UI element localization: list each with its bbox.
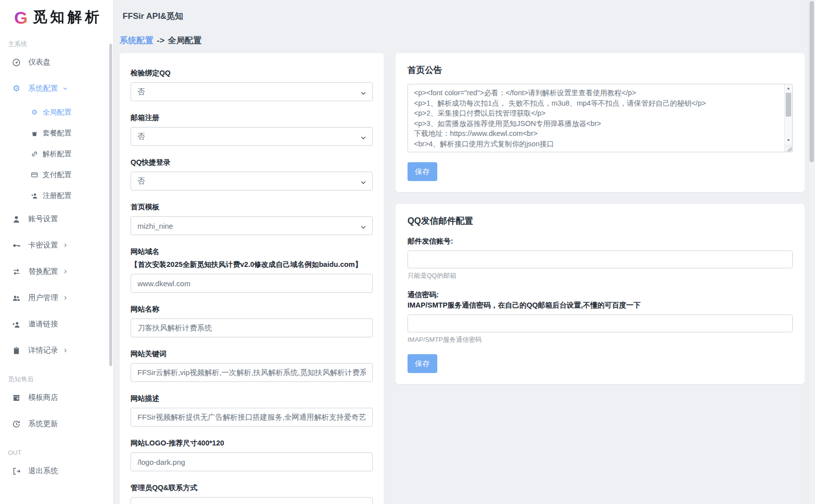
sidebar-item-label: 系统配置 [28, 84, 58, 93]
textarea-scrollbar-thumb[interactable] [786, 93, 791, 117]
mail-account-input[interactable] [408, 251, 793, 268]
chevron-down-icon [63, 86, 68, 91]
chevron-down-icon [360, 89, 366, 98]
sidebar-item-account-settings[interactable]: 账号设置 [0, 206, 113, 232]
site-keywords-input[interactable] [131, 363, 373, 382]
sidebar-item-logout[interactable]: 退出系统 [0, 458, 113, 484]
window-scrollbar-thumb[interactable] [810, 1, 814, 162]
sidebar-scrollbar-thumb[interactable] [109, 44, 112, 366]
sidebar-item-pay-config[interactable]: 支付配置 [0, 164, 113, 185]
qq-mail-title: QQ发信邮件配置 [408, 215, 793, 227]
sidebar-item-label: 模板商店 [28, 393, 58, 402]
sidebar: G 觅知解析 主系统 仪表盘 ⚙ 系统配置 ⚙ 全局配置 套餐配置 解析配置 [0, 0, 113, 504]
sidebar-item-detail-records[interactable]: 详情记录 [0, 337, 113, 364]
mail-password-note: IMAP/SMTP服务通信密码，在自己的QQ邮箱后台设置,不懂的可百度一下 [408, 301, 793, 310]
sidebar-item-label: 全局配置 [43, 108, 71, 117]
breadcrumb-page: 全局配置 [168, 36, 202, 45]
sidebar-item-parse-config[interactable]: 解析配置 [0, 143, 113, 164]
sidebar-section-main: 主系统 [0, 39, 113, 49]
sidebar-item-label: 解析配置 [43, 149, 71, 159]
site-name-input[interactable] [131, 318, 373, 337]
sidebar-item-card-settings[interactable]: 卡密设置 [0, 232, 113, 258]
mail-password-label: 通信密码: [408, 290, 793, 300]
sidebar-item-label: 账号设置 [28, 214, 58, 224]
clipboard-icon [12, 346, 21, 355]
chevron-down-icon [360, 179, 366, 187]
history-clock-icon [12, 420, 21, 429]
resize-grip-icon[interactable] [785, 144, 792, 152]
chevron-right-icon [63, 269, 68, 274]
global-config-form-card: 检验绑定QQ 否 邮箱注册 否 QQ快捷登录 否 [120, 53, 384, 504]
site-logo-input[interactable] [131, 452, 373, 471]
field-label: 网站域名 [131, 247, 373, 256]
chevron-down-icon [360, 223, 366, 232]
sidebar-item-label: 退出系统 [28, 466, 58, 476]
window-scrollbar[interactable] [808, 0, 815, 504]
announcement-content: <p><font color="red">必看：</font>请到解析设置里查看… [408, 84, 784, 152]
breadcrumb-arrow: -> [156, 36, 166, 45]
sidebar-item-user-management[interactable]: 用户管理 [0, 285, 113, 311]
field-label: QQ快捷登录 [131, 157, 373, 167]
admin-qq-input[interactable] [131, 497, 373, 504]
breadcrumb: 系统配置 -> 全局配置 [113, 32, 808, 53]
qq-quick-login-select[interactable]: 否 [131, 172, 373, 190]
field-site-name: 网站名称 [131, 304, 373, 337]
sidebar-item-label: 支付配置 [43, 170, 71, 180]
qq-bind-check-select[interactable]: 否 [131, 82, 373, 101]
qq-mail-card: QQ发信邮件配置 邮件发信账号: 只能是QQ的邮箱 通信密码: IMAP/SMT… [396, 204, 805, 384]
mail-account-help: 只能是QQ的邮箱 [408, 271, 793, 280]
mail-password-help: IMAP/SMTP服务通信密码 [408, 335, 793, 344]
sidebar-item-register-config[interactable]: 注册配置 [0, 185, 113, 206]
announcement-card: 首页公告 <p><font color="red">必看：</font>请到解析… [396, 53, 805, 192]
sidebar-item-global-config[interactable]: ⚙ 全局配置 [0, 102, 113, 123]
svg-text:G: G [14, 8, 27, 27]
site-domain-input[interactable] [131, 274, 373, 293]
brand-logo[interactable]: G 觅知解析 [0, 0, 113, 28]
sidebar-item-system-config[interactable]: ⚙ 系统配置 [0, 75, 113, 102]
mail-password-input[interactable] [408, 315, 793, 332]
chevron-right-icon [63, 243, 68, 248]
sidebar-item-replace-config[interactable]: 替换配置 [0, 258, 113, 285]
field-site-domain: 网站域名 【首次安装2025全新觅知扶风计费v2.0修改成自己域名例如baidu… [131, 247, 373, 293]
app-header: FFSir API&觅知 [113, 0, 808, 32]
select-value: mizhi_nine [137, 222, 173, 230]
scroll-down-icon[interactable] [785, 136, 792, 143]
sidebar-item-system-update[interactable]: 系统更新 [0, 411, 113, 437]
sidebar-item-label: 邀请链接 [28, 319, 58, 329]
announcement-save-button[interactable]: 保存 [408, 162, 437, 181]
chevron-down-icon [360, 134, 366, 142]
textarea-scrollbar[interactable] [784, 84, 792, 152]
breadcrumb-section[interactable]: 系统配置 [120, 36, 153, 45]
sidebar-section-after-sale: 觅知售后 [0, 375, 113, 384]
site-description-input[interactable] [131, 408, 373, 427]
field-label: 邮箱注册 [131, 113, 373, 123]
field-site-keywords: 网站关键词 [131, 349, 373, 382]
sidebar-item-label: 详情记录 [28, 346, 58, 355]
shopping-bag-icon [31, 129, 38, 137]
field-label: 网站描述 [131, 393, 373, 403]
field-label: 首页模板 [131, 202, 373, 212]
sidebar-item-label: 用户管理 [28, 293, 58, 303]
sidebar-item-template-store[interactable]: 模板商店 [0, 384, 113, 411]
qq-mail-save-button[interactable]: 保存 [408, 354, 437, 373]
field-site-logo: 网站LOGO-推荐尺寸400*120 [131, 438, 373, 471]
right-column: 首页公告 <p><font color="red">必看：</font>请到解析… [396, 53, 805, 384]
logout-icon [12, 467, 21, 476]
select-value: 否 [137, 132, 145, 141]
email-register-select[interactable]: 否 [131, 127, 373, 146]
sidebar-item-label: 注册配置 [43, 191, 71, 200]
field-note: 【首次安装2025全新觅知扶风计费v2.0修改成自己域名例如baidu.com】 [131, 259, 373, 269]
field-label: 管理员QQ&联系方式 [131, 483, 373, 493]
sidebar-item-plan-config[interactable]: 套餐配置 [0, 123, 113, 143]
mail-account-label: 邮件发信账号: [408, 237, 793, 246]
home-template-select[interactable]: mizhi_nine [131, 216, 373, 235]
announcement-title: 首页公告 [408, 64, 793, 76]
announcement-textarea[interactable]: <p><font color="red">必看：</font>请到解析设置里查看… [408, 84, 793, 152]
gear-icon: ⚙ [31, 109, 38, 116]
sidebar-item-dashboard[interactable]: 仪表盘 [0, 49, 113, 75]
store-icon [12, 393, 21, 402]
chevron-right-icon [63, 348, 68, 353]
sidebar-item-invite-link[interactable]: 邀请链接 [0, 311, 113, 337]
user-icon [12, 215, 21, 224]
scroll-up-icon[interactable] [785, 85, 792, 92]
